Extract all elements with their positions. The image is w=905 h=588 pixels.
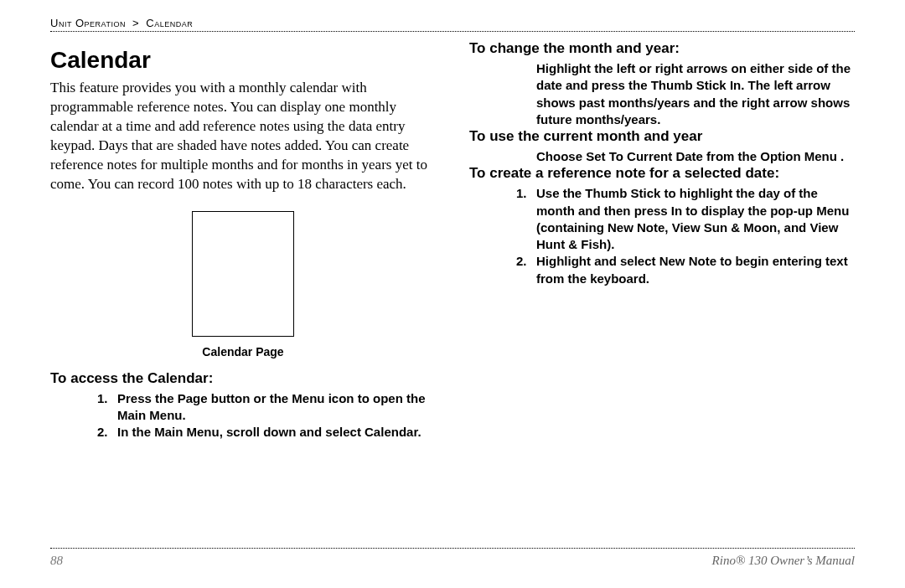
intro-paragraph: This feature provides you with a monthly…: [50, 79, 436, 194]
step-text: Press the Page button or the Menu icon t…: [117, 390, 436, 425]
change-month-year-heading: To change the month and year:: [469, 40, 855, 57]
list-item: 1. Use the Thumb Stick to highlight the …: [491, 185, 855, 253]
breadcrumb-section: Unit Operation: [50, 17, 126, 29]
calendar-page-figure: Calendar Page: [50, 211, 436, 358]
create-reference-note-heading: To create a reference note for a selecte…: [469, 165, 855, 182]
breadcrumb: Unit Operation > Calendar: [50, 17, 855, 32]
right-column: To change the month and year: Highlight …: [469, 40, 855, 441]
content-columns: Calendar This feature provides you with …: [50, 40, 855, 441]
access-calendar-heading: To access the Calendar:: [50, 370, 436, 387]
step-number: 1.: [97, 390, 117, 425]
book-title: Rino® 130 Owner’s Manual: [712, 554, 855, 568]
list-item: 2. Highlight and select New Note to begi…: [491, 253, 855, 287]
breadcrumb-separator: >: [132, 17, 139, 29]
step-number: 1.: [516, 185, 536, 253]
step-bullet: [516, 60, 536, 128]
step-number: 2.: [516, 253, 536, 287]
use-current-month-year-heading: To use the current month and year: [469, 128, 855, 145]
step-number: 2.: [97, 424, 117, 441]
step-text: In the Main Menu, scroll down and select…: [117, 424, 436, 441]
step-text: Choose Set To Current Date from the Opti…: [536, 148, 855, 165]
calendar-page-image-placeholder: [192, 211, 294, 337]
page-number: 88: [50, 554, 63, 568]
step-bullet: [516, 148, 536, 165]
figure-caption: Calendar Page: [50, 345, 436, 358]
manual-page: Unit Operation > Calendar Calendar This …: [0, 0, 905, 588]
list-item: 1. Press the Page button or the Menu ico…: [72, 390, 436, 425]
step-text: Highlight and select New Note to begin e…: [536, 253, 855, 287]
step-text: Highlight the left or right arrows on ei…: [536, 60, 855, 128]
list-item: Highlight the left or right arrows on ei…: [491, 60, 855, 128]
step-text: Use the Thumb Stick to highlight the day…: [536, 185, 855, 253]
list-item: Choose Set To Current Date from the Opti…: [491, 148, 855, 165]
page-title: Calendar: [50, 47, 436, 74]
page-footer: 88 Rino® 130 Owner’s Manual: [50, 548, 855, 568]
list-item: 2. In the Main Menu, scroll down and sel…: [72, 424, 436, 441]
breadcrumb-page: Calendar: [146, 17, 193, 29]
left-column: Calendar This feature provides you with …: [50, 40, 436, 441]
